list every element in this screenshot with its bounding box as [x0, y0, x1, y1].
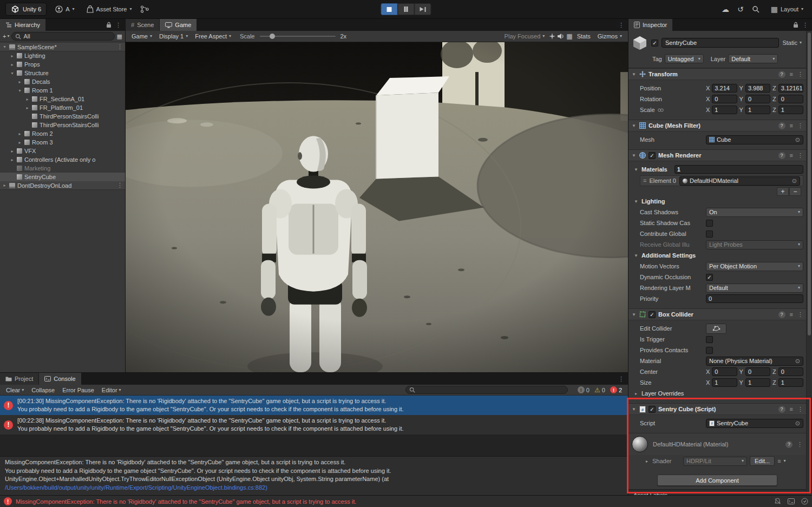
dynamic-occlusion-checkbox[interactable]: ✓ [706, 274, 713, 281]
tab-game[interactable]: Game [160, 19, 197, 31]
scrollbar-thumb[interactable] [808, 32, 811, 335]
hierarchy-item[interactable]: ▸Props [0, 60, 125, 69]
fold-arrow-icon[interactable]: ▼ [631, 312, 637, 317]
rendering-layer-dropdown[interactable]: Default▾ [706, 284, 803, 293]
panel-menu-icon[interactable]: ⋮ [802, 22, 808, 29]
mesh-filter-header[interactable]: ▼ Cube (Mesh Filter) ?≡⋮ [628, 120, 806, 131]
priority-field[interactable]: 0 [706, 294, 803, 303]
search-filter-icon[interactable]: ▦ [117, 33, 122, 40]
stats-toggle[interactable]: Stats [574, 32, 593, 40]
center-y-field[interactable]: 0 [745, 367, 770, 376]
object-picker-icon[interactable]: ⊙ [792, 177, 797, 185]
background-tasks-icon[interactable] [801, 498, 808, 505]
hierarchy-item-scene[interactable]: ▾SampleScene*⋮ [0, 43, 125, 51]
notifications-icon[interactable] [774, 498, 781, 505]
hierarchy-item[interactable]: ▸Room 3 [0, 138, 125, 147]
shader-dropdown[interactable]: HDRP/Lit▾ [683, 457, 747, 466]
position-y-field[interactable]: 3.988 [745, 84, 770, 93]
component-menu-icon[interactable]: ⋮ [797, 311, 803, 318]
object-picker-icon[interactable]: ⊙ [795, 420, 800, 427]
remove-material-button[interactable]: − [789, 187, 801, 196]
console-entry[interactable]: ! [00:22:38] MissingComponentException: … [0, 415, 628, 434]
expand-arrow-icon[interactable]: ▸ [25, 97, 30, 102]
expand-arrow-icon[interactable]: ▾ [2, 44, 7, 49]
presets-icon[interactable]: ≡ [790, 122, 793, 129]
material-object-field[interactable]: DefaultHDMaterial ⊙ [679, 176, 800, 186]
rotation-x-field[interactable]: 0 [712, 95, 737, 103]
expand-arrow-icon[interactable]: ▸ [17, 140, 22, 145]
center-z-field[interactable]: 0 [778, 367, 803, 376]
create-object-button[interactable]: +▾ [3, 33, 9, 39]
shader-menu-icon[interactable]: ≡ [777, 458, 781, 464]
lighting-foldout[interactable]: ▼Lighting [628, 196, 806, 207]
edit-collider-button[interactable] [706, 324, 726, 334]
inspector-scrollbar[interactable] [806, 31, 812, 495]
expand-arrow-icon[interactable]: ▸ [17, 80, 22, 84]
presets-icon[interactable]: ≡ [790, 406, 793, 412]
component-menu-icon[interactable]: ⋮ [797, 441, 803, 448]
fold-arrow-icon[interactable]: ▸ [644, 459, 650, 464]
status-bar[interactable]: ! MissingComponentException: There is no… [0, 495, 812, 507]
scale-z-field[interactable]: 1 [778, 106, 803, 114]
editor-dropdown[interactable]: Editor▾ [99, 386, 125, 394]
error-count-toggle[interactable]: !2 [610, 386, 622, 393]
cloud-icon[interactable]: ☁ [722, 5, 729, 14]
expand-arrow-icon[interactable]: ▸ [10, 54, 15, 58]
info-count-toggle[interactable]: !0 [578, 386, 590, 393]
game-mode-dropdown[interactable]: Game▾ [129, 32, 155, 40]
hierarchy-item-sentrycube[interactable]: SentryCube [0, 173, 125, 181]
hierarchy-item[interactable]: ▸Room 2 [0, 129, 125, 138]
hierarchy-search-input[interactable]: All [11, 32, 114, 41]
gizmos-dropdown[interactable]: Gizmos▾ [595, 32, 625, 40]
tab-project[interactable]: Project [0, 373, 39, 385]
fold-arrow-icon[interactable]: ▼ [631, 153, 637, 158]
expand-arrow-icon[interactable]: ▸ [10, 149, 15, 154]
chevron-down-icon[interactable]: ▾ [784, 459, 786, 463]
lock-icon[interactable] [793, 22, 798, 28]
vsync-grid-icon[interactable]: ▦ [566, 32, 572, 40]
add-component-button[interactable]: Add Component [657, 475, 777, 486]
clear-button[interactable]: Clear▾ [3, 386, 27, 394]
component-menu-icon[interactable]: ⋮ [797, 152, 803, 159]
mesh-object-field[interactable]: Cube ⊙ [706, 135, 803, 144]
error-pause-toggle[interactable]: Error Pause [59, 386, 97, 394]
expand-arrow-icon[interactable]: ▸ [10, 62, 15, 67]
item-menu-icon[interactable]: ⋮ [117, 182, 123, 189]
fold-arrow-icon[interactable]: ▼ [631, 72, 637, 77]
provides-contacts-checkbox[interactable] [706, 347, 713, 354]
hierarchy-item[interactable]: ▸FR_SectionA_01 [0, 95, 125, 103]
materials-foldout[interactable]: ▼Materials 1 [628, 164, 806, 175]
sentry-cube-script-header[interactable]: ▼ # ✓ Sentry Cube (Script) ?≡⋮ [628, 403, 806, 415]
console-detail[interactable]: MissingComponentException: There is no '… [0, 456, 628, 495]
active-checkbox[interactable]: ✓ [651, 39, 658, 47]
static-dropdown[interactable]: Static▾ [782, 39, 803, 46]
component-enabled-checkbox[interactable]: ✓ [649, 406, 656, 413]
warning-count-toggle[interactable]: ⚠0 [594, 387, 605, 393]
physics-material-field[interactable]: None (Physics Material) ⊙ [706, 357, 803, 366]
help-icon[interactable]: ? [778, 122, 785, 129]
size-y-field[interactable]: 1 [745, 378, 770, 387]
material-header[interactable]: DefaultHDMaterial (Material) ?⋮ [628, 433, 806, 455]
position-x-field[interactable]: 3.214 [712, 84, 737, 93]
hierarchy-item[interactable]: ▾Room 1 [0, 86, 125, 95]
scale-x-field[interactable]: 1 [712, 106, 737, 114]
is-trigger-checkbox[interactable] [706, 336, 713, 343]
hierarchy-item[interactable]: ThirdPersonStairsColli [0, 121, 125, 129]
hierarchy-item[interactable]: ThirdPersonStairsColli [0, 112, 125, 121]
material-element-row[interactable]: = Element 0 DefaultHDMaterial ⊙ [640, 175, 803, 186]
layout-menu[interactable]: ▦ Layout ▾ [768, 3, 807, 15]
rotation-z-field[interactable]: 0 [778, 95, 803, 103]
component-menu-icon[interactable]: ⋮ [797, 71, 803, 78]
capture-icon[interactable] [549, 33, 555, 39]
account-menu[interactable]: A ▾ [52, 4, 77, 15]
search-icon[interactable] [752, 5, 759, 13]
tab-scene[interactable]: # Scene [126, 19, 160, 31]
console-entry[interactable]: ! [00:21:30] MissingComponentException: … [0, 396, 628, 415]
tab-console[interactable]: Console [39, 373, 81, 385]
object-picker-icon[interactable]: ⊙ [795, 136, 800, 143]
fold-arrow-icon[interactable]: ▼ [631, 407, 637, 412]
position-z-field[interactable]: 3.12161 [778, 84, 803, 93]
center-x-field[interactable]: 0 [712, 367, 737, 376]
rotation-y-field[interactable]: 0 [745, 95, 770, 103]
script-object-field[interactable]: # SentryCube ⊙ [706, 419, 803, 428]
